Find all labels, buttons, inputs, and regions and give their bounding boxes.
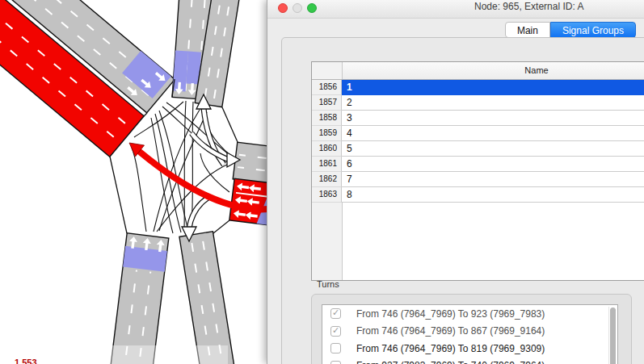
turns-list[interactable]: From 746 (7964_7969) To 923 (7969_7983) …: [322, 304, 618, 364]
turn-item[interactable]: From 746 (7964_7969) To 923 (7969_7983): [322, 305, 617, 323]
table-row[interactable]: 1859 4: [312, 126, 644, 141]
table-row[interactable]: 1861 6: [312, 157, 644, 172]
turns-group-box: From 746 (7964_7969) To 923 (7969_7983) …: [311, 294, 632, 364]
turns-scrollbar[interactable]: [608, 307, 617, 364]
row-name[interactable]: 5: [342, 141, 644, 157]
section-fade-strip: [95, 345, 228, 364]
row-name[interactable]: 6: [342, 157, 644, 172]
close-button[interactable]: [278, 3, 288, 13]
table-row[interactable]: 1860 5: [312, 141, 644, 157]
turn-checkbox[interactable]: [330, 361, 341, 364]
column-header-name[interactable]: Name: [343, 62, 644, 79]
turn-curves[interactable]: [132, 101, 231, 233]
tab-bar: Main Signal Groups: [505, 22, 636, 38]
row-id: 1856: [312, 80, 342, 95]
table-corner-cell: [312, 62, 343, 79]
row-id: 1858: [312, 111, 342, 126]
turn-label: From 746 (7964_7969) To 819 (7969_9309): [356, 343, 545, 354]
table-header-row: Name: [312, 62, 644, 80]
row-id: 1857: [312, 95, 342, 111]
row-id: 1859: [312, 126, 342, 141]
section-id-label: 1 553: [15, 358, 37, 364]
row-name[interactable]: 8: [342, 187, 644, 203]
turn-label: From 746 (7964_7969) To 867 (7969_9164): [356, 325, 545, 337]
turn-item[interactable]: From 746 (7964_7969) To 819 (7969_9309): [322, 340, 617, 358]
screenshot-root: 1 553 Node: 965, External ID: A Main Sig…: [0, 0, 644, 364]
row-name[interactable]: 4: [342, 126, 644, 141]
turn-label: From 927 (7983_7969) To 740 (7969_7964): [356, 360, 545, 364]
table-empty-area[interactable]: [312, 203, 644, 281]
row-name[interactable]: 2: [342, 95, 644, 111]
minimize-button[interactable]: [293, 3, 302, 13]
row-id: 1860: [312, 141, 342, 157]
table-row[interactable]: 1863 8: [312, 187, 644, 203]
road-south-approach[interactable]: [109, 233, 169, 364]
row-name[interactable]: 7: [342, 172, 644, 187]
window-title: Node: 965, External ID: A: [474, 1, 583, 12]
turns-group-label: Turns: [317, 279, 339, 289]
zoom-button[interactable]: [307, 3, 317, 13]
row-name[interactable]: 3: [342, 111, 644, 126]
turn-item[interactable]: From 746 (7964_7969) To 867 (7969_9164): [322, 323, 617, 341]
row-id: 1862: [312, 172, 342, 187]
table-row[interactable]: 1856 1: [312, 80, 644, 95]
turn-checkbox[interactable]: [330, 343, 341, 354]
tab-signal-groups[interactable]: Signal Groups: [550, 22, 636, 38]
road-south-exit[interactable]: [179, 232, 236, 364]
turn-item[interactable]: From 927 (7983_7969) To 740 (7969_7964): [322, 358, 617, 364]
signal-groups-table: Name 1856 1 1857 2 1858 3 1859 4: [311, 61, 644, 281]
tab-main[interactable]: Main: [505, 22, 550, 38]
row-id: 1863: [312, 187, 342, 203]
properties-window: Node: 965, External ID: A Main Signal Gr…: [267, 0, 644, 364]
row-id: 1861: [312, 157, 342, 172]
titlebar[interactable]: Node: 965, External ID: A: [267, 0, 644, 19]
turns-scrollbar-thumb[interactable]: [610, 308, 616, 364]
table-row[interactable]: 1857 2: [312, 95, 644, 111]
turn-checkbox[interactable]: [330, 308, 341, 319]
table-row[interactable]: 1858 3: [312, 111, 644, 126]
table-row[interactable]: 1862 7: [312, 172, 644, 187]
turn-checkbox[interactable]: [330, 326, 341, 337]
tab-content-pane: Name 1856 1 1857 2 1858 3 1859 4: [281, 37, 644, 364]
row-name[interactable]: 1: [342, 80, 644, 95]
network-canvas[interactable]: [0, 0, 275, 364]
turn-label: From 746 (7964_7969) To 923 (7969_7983): [356, 308, 545, 320]
